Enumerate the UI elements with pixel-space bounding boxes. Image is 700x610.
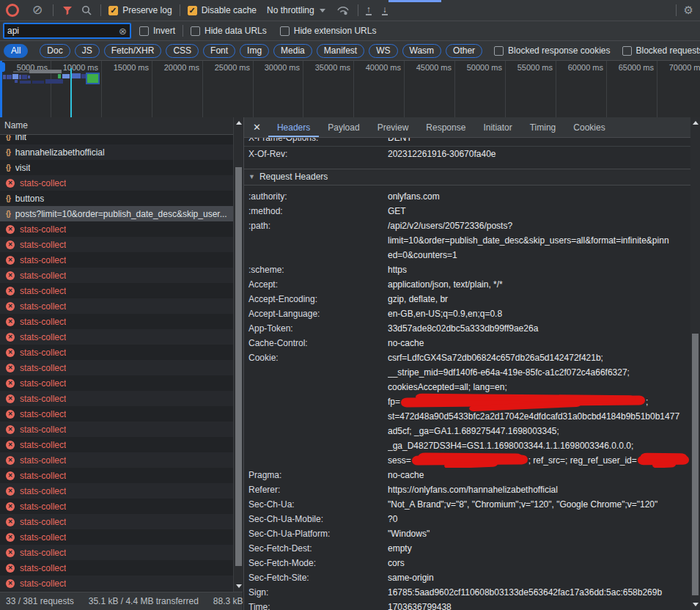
clear-icon[interactable]: ⊘ [32,5,43,15]
tab-initiator[interactable]: Initiator [474,118,520,137]
request-row[interactable]: ✕stats-collect [0,560,233,576]
tab-preview[interactable]: Preview [369,118,418,137]
header-value: https [388,262,690,277]
scroll-down-icon[interactable] [693,603,699,606]
scroll-down-icon[interactable] [236,584,242,588]
search-icon[interactable] [81,5,92,15]
type-filter-pill-manifest[interactable]: Manifest [317,44,364,58]
request-row[interactable]: ✕stats-collect [0,283,233,298]
header-value: DENY [388,138,690,145]
type-filter-pill-other[interactable]: Other [446,44,482,58]
request-row[interactable]: ✕stats-collect [0,329,233,345]
clear-filter-icon[interactable]: ⊗ [119,26,127,37]
tab-timing[interactable]: Timing [521,118,565,137]
type-filter-pill-all[interactable]: All [4,44,28,58]
request-row[interactable]: ✕stats-collect [0,298,233,314]
request-row[interactable]: ✕stats-collect [0,468,233,483]
request-row[interactable]: {}hannahelizabethofficial [0,144,233,160]
request-row[interactable]: ✕stats-collect [0,529,233,545]
request-list-scrollbar[interactable] [233,117,243,592]
request-row[interactable]: ✕stats-collect [0,237,233,252]
details-scrollbar[interactable] [690,117,700,610]
request-row[interactable]: ✕stats-collect [0,576,233,591]
scroll-up-icon[interactable] [236,121,242,125]
settings-gear-icon[interactable]: ⚙ [684,4,693,17]
preserve-log-checkbox[interactable]: ✓ Preserve log [108,5,172,15]
filter-input[interactable]: api ⊗ [4,23,130,38]
header-name: Sec-Ch-Ua-Platform: [248,526,388,541]
request-row[interactable]: ✕stats-collect [0,314,233,329]
type-filter-pill-fetch-xhr[interactable]: Fetch/XHR [104,44,162,58]
header-value: cors [388,556,690,570]
timeline-left-handle-grip[interactable] [0,62,5,72]
timeline-overview[interactable]: 5000 ms10000 ms15000 ms20000 ms25000 ms3… [0,61,700,118]
request-row[interactable]: {}buttons [0,191,233,206]
name-column-header[interactable]: Name [0,117,233,135]
scroll-up-icon[interactable] [693,121,699,125]
request-row[interactable]: {}visit [0,160,233,175]
request-name: stats-collect [20,455,66,466]
header-value-text: _ga_D4827DS3H4=GS1.1.1698003344.1.1.1698… [388,441,633,451]
header-row: Sec-Fetch-Dest:empty [244,541,690,556]
invert-checkbox[interactable]: Invert [139,26,175,36]
hide-extension-urls-checkbox[interactable]: Hide extension URLs [280,26,377,36]
request-row[interactable]: ✕stats-collect [0,514,233,529]
error-icon: ✕ [6,548,15,557]
tab-response[interactable]: Response [417,118,474,137]
request-row[interactable]: ✕stats-collect [0,221,233,237]
hide-data-urls-checkbox[interactable]: Hide data URLs [191,26,267,36]
network-conditions-icon[interactable] [336,5,350,15]
header-value-line: en-GB,en-US;q=0.9,en;q=0.8 [388,306,690,321]
type-filter-pill-js[interactable]: JS [75,44,100,58]
option-checkbox-blocked-requests[interactable]: Blocked requests [622,45,700,56]
type-filter-pill-wasm[interactable]: Wasm [402,44,442,58]
toolbar-divider [676,4,677,16]
filter-input-value: api [7,26,119,36]
header-value-text: cookiesAccepted=all; lang=en; [388,382,507,392]
request-row[interactable]: ✕stats-collect [0,483,233,499]
request-row[interactable]: ✕stats-collect [0,422,233,437]
type-filter-pill-img[interactable]: Img [240,44,269,58]
option-checkbox-blocked-response-cookies[interactable]: Blocked response cookies [494,45,610,56]
throttling-dropdown[interactable]: No throttling [267,5,325,15]
disable-cache-checkbox[interactable]: ✓ Disable cache [188,5,257,15]
header-value-line: application/json, text/plain, */* [388,277,690,292]
request-headers-section[interactable]: ▼ Request Headers [244,169,690,185]
request-row[interactable]: ✕stats-collect [0,360,233,375]
type-filter-pill-media[interactable]: Media [273,44,312,58]
type-filter-pill-ws[interactable]: WS [369,44,397,58]
scrollbar-thumb[interactable] [692,334,699,595]
request-row[interactable]: {}init [0,135,233,144]
type-filter-pill-doc[interactable]: Doc [40,44,70,58]
request-row[interactable]: ✕stats-collect [0,268,233,283]
tab-payload[interactable]: Payload [319,118,368,137]
request-row[interactable]: ✕stats-collect [0,375,233,391]
header-value: 16785:5aad9602cf110608b03133de563642fac1… [388,585,690,600]
request-row[interactable]: ✕stats-collect [0,175,233,191]
export-har-icon[interactable]: ↓ [382,6,388,15]
error-icon: ✕ [6,425,15,434]
request-row[interactable]: ✕stats-collect [0,252,233,268]
header-value-text: limit=10&order=publish_date_desc&skip_us… [388,235,669,246]
tab-cookies[interactable]: Cookies [564,118,614,137]
request-row[interactable]: ✕stats-collect [0,406,233,422]
toolbar-divider [358,4,358,16]
filter-icon[interactable] [62,6,73,15]
tab-headers[interactable]: Headers [268,118,319,137]
scrollbar-thumb[interactable] [235,167,242,566]
import-har-icon[interactable]: ↑ [366,6,372,15]
request-row[interactable]: {}posts?limit=10&order=publish_date_desc… [0,206,233,221]
request-row[interactable]: ✕stats-collect [0,391,233,406]
header-name: Sec-Ch-Ua-Mobile: [248,512,388,526]
close-icon[interactable]: ✕ [244,122,268,133]
record-icon[interactable] [6,4,19,17]
type-filter-pill-font[interactable]: Font [203,44,235,58]
request-row[interactable]: ✕stats-collect [0,437,233,452]
request-name: stats-collect [20,563,66,573]
request-row[interactable]: ✕stats-collect [0,345,233,360]
request-row[interactable]: ✕stats-collect [0,452,233,468]
header-value-text: en-GB,en-US;q=0.9,en;q=0.8 [388,309,502,319]
type-filter-pill-css[interactable]: CSS [166,44,199,58]
request-row[interactable]: ✕stats-collect [0,545,233,560]
request-row[interactable]: ✕stats-collect [0,499,233,514]
